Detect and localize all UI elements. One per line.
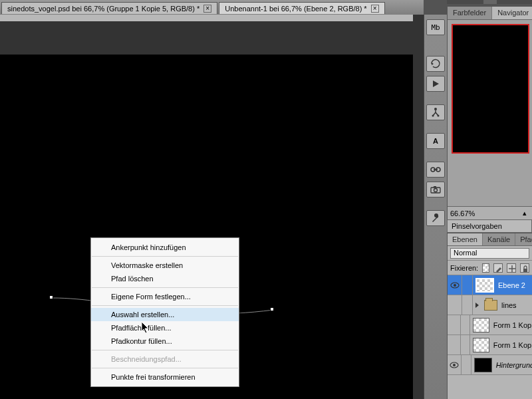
menu-separator (92, 305, 238, 306)
branch-icon[interactable] (426, 104, 445, 120)
menu-add-anchor[interactable]: Ankerpunkt hinzufügen (91, 241, 239, 254)
document-tab-label: sinedots_vogel.psd bei 66,7% (Gruppe 1 K… (7, 5, 200, 13)
layer-name[interactable]: Form 1 Kopie (493, 321, 532, 329)
menu-clipping-path: Beschneidungspfad... (91, 352, 239, 366)
anchor-point[interactable] (49, 295, 53, 299)
panel-collapse-bar[interactable] (447, 0, 532, 4)
blend-mode-value: Normal (454, 249, 477, 257)
layers-panel: Ebenen Kanäle Pfade Normal Fixieren: Ebe… (447, 233, 532, 399)
mouse-cursor (142, 322, 151, 336)
eye-icon[interactable] (448, 355, 462, 374)
close-icon[interactable]: × (203, 5, 211, 13)
document-tab-1[interactable]: Unbenannt-1 bei 66,7% (Ebene 2, RGB/8) *… (219, 2, 384, 14)
document-tab-label: Unbenannt-1 bei 66,7% (Ebene 2, RGB/8) * (225, 5, 366, 13)
menu-make-selection[interactable]: Auswahl erstellen... (91, 308, 239, 321)
svg-point-1 (432, 115, 434, 117)
document-tab-0[interactable]: sinedots_vogel.psd bei 66,7% (Gruppe 1 K… (1, 2, 217, 14)
layer-name[interactable]: Form 1 Kopie (493, 341, 532, 349)
document-chrome-top (0, 15, 413, 21)
layer-thumbnail[interactable] (474, 358, 492, 372)
svg-point-2 (438, 115, 440, 117)
document-tab-bar: sinedots_vogel.psd bei 66,7% (Gruppe 1 K… (0, 0, 424, 15)
tool-options-strip: Mb A (424, 15, 447, 399)
layer-list: Ebene 2 lines Form 1 Kopie Form 1 Kopie … (448, 275, 532, 375)
lock-label: Fixieren: (450, 264, 478, 272)
lock-all-icon[interactable] (520, 263, 529, 273)
menu-fill-path[interactable]: Pfadfläche füllen... (91, 321, 239, 334)
menu-separator (92, 287, 238, 288)
menu-separator (92, 256, 238, 257)
eye-icon[interactable] (448, 295, 462, 315)
svg-point-0 (434, 108, 437, 110)
tab-channels[interactable]: Kanäle (483, 233, 515, 245)
menu-separator (92, 368, 238, 368)
tab-layers[interactable]: Ebenen (448, 233, 483, 245)
layer-row[interactable]: Hintergrund (448, 355, 532, 375)
blend-mode-select[interactable]: Normal (450, 248, 529, 259)
layer-name[interactable]: Ebene 2 (498, 281, 525, 289)
menu-create-vector-mask[interactable]: Vektormaske erstellen (91, 259, 239, 272)
eye-icon[interactable] (448, 315, 461, 334)
close-icon[interactable]: × (371, 5, 379, 13)
tab-swatches[interactable]: Farbfelder (448, 7, 492, 19)
wrench-icon[interactable] (426, 210, 445, 226)
layer-name[interactable]: Hintergrund (496, 361, 532, 369)
navigator-preview[interactable] (452, 24, 529, 154)
menu-define-custom-shape[interactable]: Eigene Form festlegen... (91, 290, 239, 303)
history-icon[interactable] (426, 56, 445, 72)
layer-thumbnail[interactable] (473, 338, 489, 352)
svg-point-11 (454, 284, 456, 287)
folder-toggle-icon[interactable] (475, 303, 479, 308)
lock-brush-icon[interactable] (493, 263, 503, 273)
camera-icon[interactable] (426, 182, 445, 198)
mb-icon[interactable]: Mb (426, 19, 445, 35)
layer-thumbnail[interactable] (473, 318, 489, 332)
layer-row[interactable]: Form 1 Kopie (448, 335, 532, 355)
menu-separator (92, 350, 238, 350)
zoom-out-icon[interactable]: ▴ (523, 209, 527, 217)
svg-point-13 (453, 364, 456, 366)
brush-presets-strip[interactable]: Pinselvorgaben (447, 219, 532, 233)
layer-row[interactable]: Form 1 Kopie (448, 315, 532, 335)
brush-presets-label: Pinselvorgaben (452, 222, 502, 230)
text-icon[interactable]: A (426, 133, 445, 149)
anchor-point[interactable] (270, 307, 274, 311)
layer-name[interactable]: lines (501, 301, 517, 309)
link-icon[interactable] (426, 162, 445, 178)
lock-move-icon[interactable] (507, 263, 516, 273)
lock-row: Fixieren: (448, 261, 532, 275)
play-icon[interactable] (426, 76, 445, 92)
svg-point-7 (434, 189, 438, 192)
svg-rect-9 (523, 269, 527, 272)
layer-row[interactable]: Ebene 2 (448, 275, 532, 295)
menu-free-transform-points[interactable]: Punkte frei transformieren (91, 370, 239, 384)
layer-thumbnail[interactable] (475, 278, 494, 293)
zoom-value[interactable]: 66.67% (450, 209, 475, 217)
path-context-menu: Ankerpunkt hinzufügen Vektormaske erstel… (90, 237, 239, 387)
navigator-panel: Farbfelder Navigator 66.67% ▴ (447, 7, 532, 219)
menu-stroke-path[interactable]: Pfadkontur füllen... (91, 334, 239, 348)
folder-icon (484, 300, 497, 311)
eye-icon[interactable] (448, 335, 461, 354)
svg-rect-8 (434, 186, 436, 188)
eye-icon[interactable] (448, 275, 462, 295)
layer-row[interactable]: lines (448, 295, 532, 315)
lock-transparency-icon[interactable] (482, 263, 489, 273)
tab-navigator[interactable]: Navigator (492, 7, 532, 19)
tab-paths[interactable]: Pfade (515, 233, 532, 245)
menu-delete-path[interactable]: Pfad löschen (91, 272, 239, 285)
